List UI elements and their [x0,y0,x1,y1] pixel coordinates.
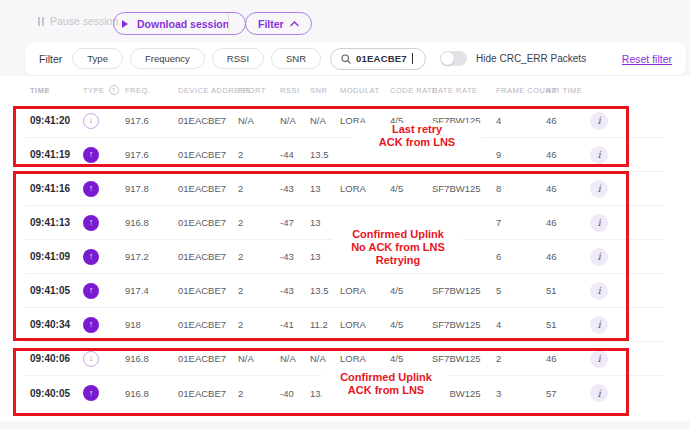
cell-frequency: 916.8 [125,388,178,399]
downlink-icon: ↓ [83,351,99,367]
cell-modulation: LORA [340,183,390,194]
info-button[interactable]: i [590,350,608,368]
cell-fport: 2 [238,149,280,160]
cell-fport: 2 [238,251,280,262]
cell-frame-count: 4 [496,319,546,330]
table-row[interactable]: 09:41:16 ↑ 917.8 01EACBE7 2 -43 13 LORA … [25,172,664,206]
cell-device-address: 01EACBE7 [178,388,238,399]
table-row[interactable]: 09:41:13 ↑ 916.8 01EACBE7 2 -47 13 7 46 … [25,206,664,240]
cell-rssi: -40 [280,388,310,399]
cell-frequency: 917.4 [125,285,178,296]
filter-chip-type[interactable]: Type [72,48,123,69]
table-header: TIME TYPE ? FREQ. DEVICE ADDRESS FPORT R… [25,76,664,104]
column-header-modulation: MODULAT. [340,86,390,95]
table-row[interactable]: 09:40:06 ↓ 916.8 01EACBE7 N/A N/A N/A LO… [25,342,664,376]
cell-frequency: 917.2 [125,251,178,262]
hide-crc-err-label: Hide CRC_ERR Packets [476,53,586,64]
cell-info: i [590,180,630,198]
cell-device-address: 01EACBE7 [178,353,238,364]
info-button[interactable]: i [590,316,608,334]
toggle-knob [441,52,454,65]
cell-air-time: 46 [546,217,590,228]
column-header-device-address: DEVICE ADDRESS [178,86,238,95]
table-row[interactable]: 09:40:05 ↑ 916.8 01EACBE7 2 -40 13.5 LOR… [25,376,664,410]
info-button[interactable]: i [590,214,608,232]
cell-time: 09:40:34 [30,319,83,330]
table-row[interactable]: 09:41:20 ↓ 917.6 01EACBE7 N/A N/A N/A LO… [25,104,664,138]
cell-rssi: -43 [280,285,310,296]
cell-device-address: 01EACBE7 [178,149,238,160]
toolbar-divider [228,13,229,33]
cell-modulation: LORA [340,353,390,364]
filter-chip-snr[interactable]: SNR [271,48,321,69]
cell-type: ↑ [83,385,125,401]
cell-info: i [590,214,630,232]
uplink-icon: ↑ [83,385,99,401]
cell-time: 09:40:05 [30,388,83,399]
table-row[interactable]: 09:41:09 ↑ 917.2 01EACBE7 2 -43 13 6 46 … [25,240,664,274]
cell-frame-count: 3 [496,388,546,399]
pause-session-button[interactable]: Pause session [38,15,118,27]
cell-date-rate: SF7BW125 [432,388,496,399]
packets-table: TIME TYPE ? FREQ. DEVICE ADDRESS FPORT R… [0,76,690,421]
cell-device-address: 01EACBE7 [178,319,238,330]
cell-frequency: 918 [125,319,178,330]
filter-chip-frequency[interactable]: Frequency [130,48,205,69]
cell-rssi: -43 [280,251,310,262]
search-icon [341,54,351,64]
cell-device-address: 01EACBE7 [178,217,238,228]
info-button[interactable]: i [590,248,608,266]
cell-time: 09:41:16 [30,183,83,194]
cell-rssi: -47 [280,217,310,228]
info-button[interactable]: i [590,146,608,164]
column-header-snr: SNR [310,86,340,95]
filter-chip-rssi[interactable]: RSSI [212,48,264,69]
cell-time: 09:41:05 [30,285,83,296]
cell-code-rate: 4/5 [390,115,432,126]
cell-fport: 2 [238,319,280,330]
cell-device-address: 01EACBE7 [178,183,238,194]
reset-filter-link[interactable]: Reset filter [622,53,672,65]
search-value: 01EACBE7 [356,53,407,64]
download-session-button[interactable]: Download session [113,12,246,35]
info-button[interactable]: i [590,180,608,198]
text-caret [412,53,413,64]
cell-frequency: 917.8 [125,183,178,194]
cell-time: 09:41:19 [30,149,83,160]
toolbar: Pause session Download session Filter [0,8,690,40]
cell-air-time: 51 [546,319,590,330]
info-button[interactable]: i [590,384,608,402]
cell-snr: 13.5 [310,149,340,160]
type-help-icon[interactable]: ? [109,85,119,95]
cell-type: ↑ [83,317,125,333]
info-button[interactable]: i [590,112,608,130]
cell-device-address: 01EACBE7 [178,251,238,262]
cell-snr: 13 [310,251,340,262]
column-header-freq: FREQ. [125,86,178,95]
table-row[interactable]: 09:41:19 ↑ 917.6 01EACBE7 2 -44 13.5 9 4… [25,138,664,172]
cell-fport: 2 [238,388,280,399]
column-header-time: TIME [30,86,83,95]
table-row[interactable]: 09:41:05 ↑ 917.4 01EACBE7 2 -43 13.5 LOR… [25,274,664,308]
cell-info: i [590,384,630,402]
search-input[interactable]: 01EACBE7 [330,48,426,70]
table-row[interactable]: 09:40:34 ↑ 918 01EACBE7 2 -41 11.2 LORA … [25,308,664,342]
cell-fport: 2 [238,285,280,296]
cell-frequency: 916.8 [125,217,178,228]
cell-air-time: 57 [546,388,590,399]
cell-info: i [590,282,630,300]
cell-air-time: 46 [546,115,590,126]
uplink-icon: ↑ [83,215,99,231]
cell-snr: 13.5 [310,285,340,296]
cell-date-rate: SF7BW125 [432,353,496,364]
filter-toggle-button[interactable]: Filter [245,12,312,35]
hide-crc-err-toggle[interactable] [440,51,467,66]
cell-type: ↑ [83,283,125,299]
cell-type: ↑ [83,249,125,265]
cell-fport: N/A [238,353,280,364]
cell-snr: 13 [310,217,340,228]
cell-snr: N/A [310,115,340,126]
info-button[interactable]: i [590,282,608,300]
play-marker-icon [122,20,128,28]
cell-rssi: -44 [280,149,310,160]
